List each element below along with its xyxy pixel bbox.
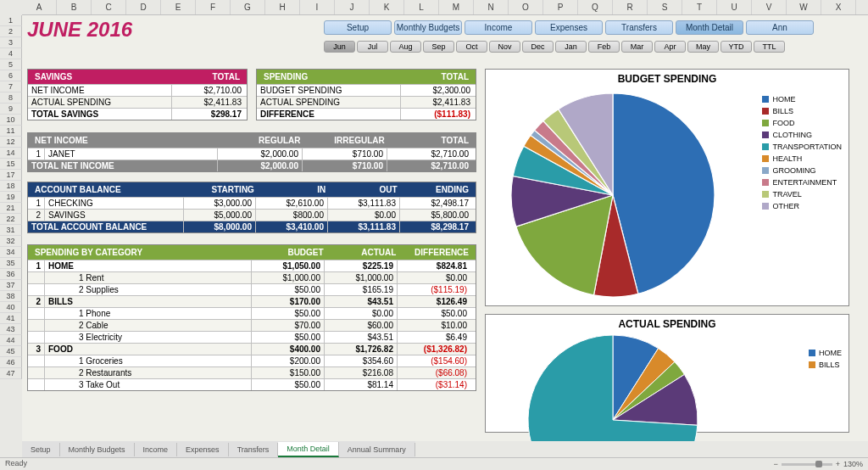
sheet-tab-month-detail[interactable]: Month Detail: [278, 442, 339, 457]
table-row[interactable]: 1 Rent$1,000.00$1,000.00$0.00: [28, 271, 476, 283]
col-B[interactable]: B: [57, 0, 92, 14]
col-J[interactable]: J: [335, 0, 370, 14]
zoom-minus-icon[interactable]: −: [773, 460, 777, 468]
zoom-control[interactable]: − + 130%: [773, 459, 863, 469]
table-row[interactable]: 2 Restaurants$150.00$216.08($66.08): [28, 366, 476, 378]
month-sep[interactable]: Sep: [423, 41, 454, 53]
col-U[interactable]: U: [717, 0, 752, 14]
table-row[interactable]: 1CHECKING$3,000.00$2,610.00$3,111.83$2,4…: [28, 197, 476, 209]
row-9[interactable]: 9: [0, 104, 22, 115]
row-19[interactable]: 19: [0, 192, 22, 203]
col-K[interactable]: K: [370, 0, 404, 14]
row-11[interactable]: 11: [0, 126, 22, 137]
zoom-slider[interactable]: [782, 463, 832, 466]
row-6[interactable]: 6: [0, 70, 22, 81]
month-oct[interactable]: Oct: [456, 41, 487, 53]
row-15[interactable]: 15: [0, 159, 22, 170]
table-row[interactable]: 1 Groceries$200.00$354.60($154.60): [28, 355, 476, 366]
sheet-tab-annual-summary[interactable]: Annual Summary: [339, 443, 415, 456]
col-P[interactable]: P: [543, 0, 578, 14]
month-jun[interactable]: Jun: [324, 41, 355, 53]
nav-setup[interactable]: Setup: [324, 20, 392, 35]
col-Q[interactable]: Q: [578, 0, 613, 14]
col-E[interactable]: E: [161, 0, 196, 14]
sheet-tab-monthly-budgets[interactable]: Monthly Budgets: [60, 443, 135, 456]
col-X[interactable]: X: [821, 0, 856, 14]
nav-transfers[interactable]: Transfers: [605, 20, 673, 35]
nav-month-detail[interactable]: Month Detail: [676, 20, 743, 35]
col-H[interactable]: H: [265, 0, 300, 14]
nav-ann[interactable]: Ann: [746, 20, 814, 35]
col-W[interactable]: W: [787, 0, 821, 14]
col-V[interactable]: V: [752, 0, 787, 14]
sheet-tab-income[interactable]: Income: [135, 443, 178, 456]
table-row[interactable]: 1HOME$1,050.00$225.19$824.81: [28, 260, 476, 271]
month-jul[interactable]: Jul: [357, 41, 388, 53]
row-41[interactable]: 41: [0, 313, 22, 324]
month-feb[interactable]: Feb: [588, 41, 620, 53]
row-1[interactable]: 1: [0, 15, 22, 26]
row-4[interactable]: 4: [0, 48, 22, 59]
table-row[interactable]: 2 Supplies$50.00$165.19($115.19): [28, 283, 476, 295]
row-46[interactable]: 46: [0, 357, 22, 368]
row-38[interactable]: 38: [0, 291, 22, 302]
row-8[interactable]: 8: [0, 92, 22, 104]
col-L[interactable]: L: [404, 0, 439, 14]
month-ttl[interactable]: TTL: [754, 41, 785, 53]
col-F[interactable]: F: [196, 0, 231, 14]
row-44[interactable]: 44: [0, 335, 22, 346]
col-N[interactable]: N: [474, 0, 509, 14]
col-O[interactable]: O: [509, 0, 543, 14]
row-32[interactable]: 32: [0, 236, 22, 247]
nav-expenses[interactable]: Expenses: [535, 20, 603, 35]
row-40[interactable]: 40: [0, 302, 22, 313]
table-row[interactable]: 3FOOD$400.00$1,726.82($1,326.82): [28, 343, 476, 355]
row-47[interactable]: 47: [0, 368, 22, 379]
sheet-tab-expenses[interactable]: Expenses: [177, 443, 229, 456]
month-dec[interactable]: Dec: [522, 41, 554, 53]
col-C[interactable]: C: [92, 0, 126, 14]
row-12[interactable]: 12: [0, 137, 22, 148]
month-jan[interactable]: Jan: [555, 41, 587, 53]
table-row[interactable]: 2 Cable$70.00$60.00$10.00: [28, 319, 476, 331]
month-apr[interactable]: Apr: [654, 41, 686, 53]
col-M[interactable]: M: [439, 0, 474, 14]
row-2[interactable]: 2: [0, 26, 22, 37]
nav-income[interactable]: Income: [465, 20, 532, 35]
row-37[interactable]: 37: [0, 280, 22, 291]
month-ytd[interactable]: YTD: [721, 41, 752, 53]
table-row[interactable]: 2SAVINGS$5,000.00$800.00$0.00$5,800.00: [28, 209, 476, 221]
row-36[interactable]: 36: [0, 269, 22, 280]
col-D[interactable]: D: [126, 0, 161, 14]
row-22[interactable]: 22: [0, 214, 22, 225]
nav-monthly-budgets[interactable]: Monthly Budgets: [394, 20, 462, 35]
table-row[interactable]: 3 Electricity$50.00$43.51$6.49: [28, 331, 476, 343]
row-17[interactable]: 17: [0, 170, 22, 181]
table-row[interactable]: NET INCOME$2,710.00: [28, 84, 247, 96]
month-may[interactable]: May: [687, 41, 719, 53]
table-row[interactable]: 3 Take Out$50.00$81.14($31.14): [28, 378, 476, 390]
table-row[interactable]: 1JANET$2,000.00$710.00$2,710.00: [28, 148, 476, 159]
row-18[interactable]: 18: [0, 181, 22, 192]
col-A[interactable]: A: [22, 0, 57, 14]
sheet-tab-setup[interactable]: Setup: [22, 443, 60, 456]
row-14[interactable]: 14: [0, 148, 22, 159]
zoom-plus-icon[interactable]: +: [836, 460, 840, 468]
row-43[interactable]: 43: [0, 324, 22, 335]
table-row[interactable]: 1 Phone$50.00$0.00$50.00: [28, 307, 476, 319]
row-5[interactable]: 5: [0, 59, 22, 70]
table-row[interactable]: ACTUAL SPENDING$2,411.83: [257, 96, 476, 108]
row-21[interactable]: 21: [0, 203, 22, 214]
row-35[interactable]: 35: [0, 258, 22, 269]
table-row[interactable]: 2BILLS$170.00$43.51$126.49: [28, 295, 476, 307]
col-G[interactable]: G: [231, 0, 265, 14]
col-T[interactable]: T: [682, 0, 717, 14]
sheet-tab-transfers[interactable]: Transfers: [229, 443, 279, 456]
col-R[interactable]: R: [613, 0, 648, 14]
month-nov[interactable]: Nov: [489, 41, 520, 53]
table-row[interactable]: BUDGET SPENDING$2,300.00: [257, 84, 476, 96]
month-aug[interactable]: Aug: [390, 41, 421, 53]
month-mar[interactable]: Mar: [621, 41, 653, 53]
row-31[interactable]: 31: [0, 225, 22, 236]
row-7[interactable]: 7: [0, 81, 22, 92]
